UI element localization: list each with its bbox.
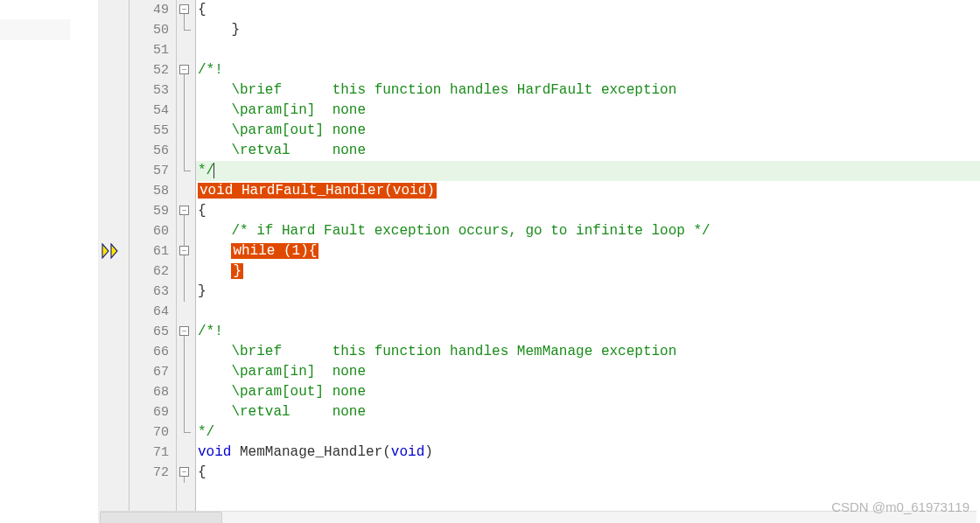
line-number: 61 [130, 241, 169, 262]
fold-cell[interactable] [177, 221, 195, 241]
code-token: /* if Hard Fault exception occurs, go to… [231, 223, 710, 239]
code-line[interactable]: /*! [196, 322, 980, 342]
breakpoint-cell[interactable] [98, 382, 129, 402]
breakpoint-cell[interactable] [98, 241, 129, 262]
code-line[interactable]: \param[out] none [196, 382, 980, 402]
breakpoint-cell[interactable] [98, 181, 129, 201]
breakpoint-cell[interactable] [98, 80, 129, 101]
code-token: { [198, 464, 206, 480]
line-number: 56 [130, 141, 169, 161]
code-line[interactable]: \param[in] none [196, 362, 980, 382]
fold-cell[interactable] [177, 101, 195, 121]
fold-column[interactable]: −−−−−− [177, 0, 196, 523]
line-number: 72 [130, 463, 169, 483]
code-line[interactable]: void MemManage_Handler(void) [196, 443, 980, 463]
breakpoint-cell[interactable] [98, 141, 129, 161]
breakpoint-column[interactable] [98, 0, 130, 523]
code-line[interactable]: /* if Hard Fault exception occurs, go to… [196, 221, 980, 241]
breakpoint-cell[interactable] [98, 342, 129, 362]
code-line[interactable]: { [196, 463, 980, 483]
code-area[interactable]: { }/*! \brief this function handles Hard… [196, 0, 980, 523]
fold-toggle-icon[interactable]: − [179, 4, 189, 14]
line-number: 70 [130, 422, 169, 443]
code-editor[interactable]: 4950515253545556575859606162636465666768… [0, 0, 980, 523]
code-token: \retval none [198, 143, 366, 158]
fold-cell[interactable] [177, 20, 195, 40]
breakpoint-cell[interactable] [98, 20, 129, 40]
fold-cell[interactable] [177, 443, 195, 463]
line-number: 68 [130, 382, 169, 402]
fold-cell[interactable]: − [177, 322, 195, 342]
code-line[interactable]: */ [196, 161, 980, 181]
line-number: 62 [130, 262, 169, 282]
fold-cell[interactable] [177, 262, 195, 282]
code-line[interactable]: { [196, 0, 980, 20]
scrollbar-thumb[interactable] [100, 512, 222, 523]
code-line[interactable]: \brief this function handles MemManage e… [196, 342, 980, 362]
fold-cell[interactable] [177, 302, 195, 322]
breakpoint-cell[interactable] [98, 282, 129, 302]
code-line[interactable]: \retval none [196, 141, 980, 161]
fold-cell[interactable] [177, 40, 195, 60]
fold-toggle-icon[interactable]: − [179, 65, 189, 74]
highlighted-code: while (1){ [231, 243, 318, 259]
breakpoint-cell[interactable] [98, 0, 129, 20]
code-line[interactable]: \param[out] none [196, 121, 980, 141]
breakpoint-cell[interactable] [98, 60, 129, 80]
breakpoint-cell[interactable] [98, 322, 129, 342]
fold-cell[interactable] [177, 422, 195, 443]
fold-cell[interactable]: − [177, 201, 195, 221]
fold-toggle-icon[interactable]: − [179, 467, 189, 477]
code-line[interactable]: } [196, 282, 980, 302]
fold-cell[interactable] [177, 141, 195, 161]
breakpoint-cell[interactable] [98, 40, 129, 60]
line-number: 54 [130, 101, 169, 121]
code-line[interactable]: \param[in] none [196, 101, 980, 121]
breakpoint-cell[interactable] [98, 463, 129, 483]
fold-cell[interactable] [177, 80, 195, 101]
code-line[interactable]: \brief this function handles HardFault e… [196, 80, 980, 101]
breakpoint-cell[interactable] [98, 402, 129, 422]
fold-cell[interactable] [177, 402, 195, 422]
fold-cell[interactable] [177, 362, 195, 382]
breakpoint-cell[interactable] [98, 101, 129, 121]
breakpoint-cell[interactable] [98, 221, 129, 241]
fold-toggle-icon[interactable]: − [179, 206, 189, 215]
fold-cell[interactable] [177, 282, 195, 302]
breakpoint-cell[interactable] [98, 161, 129, 181]
breakpoint-cell[interactable] [98, 422, 129, 443]
breakpoint-cell[interactable] [98, 262, 129, 282]
code-token: \retval none [198, 404, 366, 420]
code-token: void [198, 444, 231, 460]
code-line[interactable]: while (1){ [196, 241, 980, 262]
breakpoint-cell[interactable] [98, 201, 129, 221]
code-line[interactable] [196, 302, 980, 322]
fold-toggle-icon[interactable]: − [179, 326, 189, 336]
left-margin [0, 0, 98, 523]
breakpoint-cell[interactable] [98, 121, 129, 141]
fold-cell[interactable] [177, 161, 195, 181]
breakpoint-cell[interactable] [98, 302, 129, 322]
fold-cell[interactable] [177, 181, 195, 201]
code-line[interactable]: \retval none [196, 402, 980, 422]
line-number: 58 [130, 181, 169, 201]
code-line[interactable] [196, 40, 980, 60]
breakpoint-cell[interactable] [98, 443, 129, 463]
fold-cell[interactable]: − [177, 60, 195, 80]
fold-cell[interactable]: − [177, 463, 195, 483]
fold-cell[interactable] [177, 342, 195, 362]
code-line[interactable]: */ [196, 422, 980, 443]
breakpoint-cell[interactable] [98, 362, 129, 382]
line-number: 67 [130, 362, 169, 382]
code-line[interactable]: } [196, 20, 980, 40]
code-line[interactable]: { [196, 201, 980, 221]
code-line[interactable]: void HardFault_Handler(void) [196, 181, 980, 201]
fold-cell[interactable]: − [177, 0, 195, 20]
fold-cell[interactable] [177, 121, 195, 141]
fold-toggle-icon[interactable]: − [179, 246, 189, 255]
fold-cell[interactable]: − [177, 241, 195, 262]
fold-cell[interactable] [177, 382, 195, 402]
code-token: { [198, 2, 206, 17]
code-line[interactable]: } [196, 262, 980, 282]
code-line[interactable]: /*! [196, 60, 980, 80]
